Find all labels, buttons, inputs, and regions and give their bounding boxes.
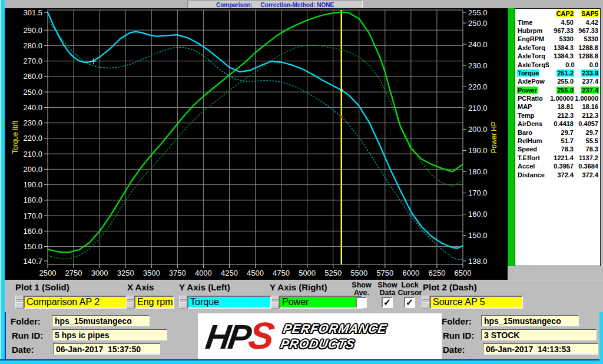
x-tick-label: 3750	[169, 269, 186, 277]
show-data-checkbox[interactable]: ✓	[382, 297, 393, 308]
plot1-value[interactable]: Comparison AP 2	[24, 296, 128, 309]
channel-label: AirDens	[517, 120, 547, 127]
run-id-label: Run ID:	[443, 330, 474, 340]
spin-down-button[interactable]	[15, 302, 24, 309]
lock-cursor-checkbox[interactable]: ✓	[404, 297, 415, 308]
window-border-right	[599, 312, 603, 364]
table-row: AxleTorq1384.31288.8	[517, 44, 599, 52]
channel-value-cap2: 5330	[547, 35, 574, 42]
lock-cursor-label: LockCursor	[396, 282, 424, 297]
x-tick-label: 4750	[273, 269, 290, 277]
plot2-spinner[interactable]	[422, 296, 430, 309]
date-field-left[interactable]: 06-Jan-2017 15:37:50	[53, 343, 160, 355]
spin-down-button[interactable]	[422, 302, 430, 309]
left-tick-label: 290.0	[23, 26, 42, 35]
folder-field-left[interactable]: hps_15mustangeco	[52, 315, 150, 326]
x-tick-label: 6250	[428, 269, 445, 277]
right-tick-label: 255.0	[468, 8, 488, 17]
column-header: CAP2	[547, 10, 574, 17]
left-tick-label: 301.5	[23, 8, 42, 17]
title-bar: Comparison: Correction-Method: NONE	[5, 0, 603, 8]
spin-up-button[interactable]	[126, 296, 134, 302]
y-right-spinner[interactable]	[271, 296, 279, 309]
channel-label: MAP	[517, 103, 547, 110]
plot2-value[interactable]: Source AP 5	[430, 296, 523, 309]
spin-up-button[interactable]	[179, 296, 187, 302]
x-tick-label: 6500	[455, 269, 472, 277]
left-tick-label: 200.0	[23, 165, 42, 174]
spin-down-button[interactable]	[179, 302, 187, 309]
table-row: AxleTorqS0.00.0	[517, 60, 599, 68]
spin-up-button[interactable]	[15, 296, 24, 302]
table-header-row: CAP2SAP5	[517, 9, 599, 18]
channel-value-cap2: 78.3	[547, 145, 574, 153]
table-row: Accel0.39570.3684	[517, 162, 599, 170]
spin-down-button[interactable]	[126, 302, 134, 309]
right-tick-label: 180.0	[468, 167, 488, 176]
left-tick-label: 230.0	[23, 118, 42, 127]
show-ave-checkbox[interactable]	[356, 297, 367, 308]
folder-field-right[interactable]: hps_15mustangeco	[481, 315, 579, 326]
channel-data-panel: CAP2SAP5Time4.504.42Hubrpm967.33967.33En…	[515, 8, 601, 266]
channel-value-cap2: 1384.3	[547, 44, 574, 51]
channel-label: T.Effort	[517, 154, 547, 161]
left-tick-label: 140.7	[23, 257, 42, 266]
date-field-right[interactable]: 06-Jan-2017 14:13:53	[483, 343, 598, 355]
channel-label: Temp	[517, 112, 547, 119]
run-id-field-right[interactable]: 3 STOCK	[481, 329, 597, 340]
spin-down-button[interactable]	[271, 302, 279, 309]
left-tick-label: 160.0	[23, 227, 42, 236]
channel-label: Baro	[517, 129, 547, 136]
cursor-dash-marker	[340, 115, 343, 118]
plot2-combo[interactable]: Source AP 5	[422, 296, 523, 309]
x-tick-label: 4500	[247, 269, 264, 277]
right-tick-label: 170.0	[468, 188, 488, 197]
channel-value-sap5: 0.3684	[574, 163, 599, 170]
cursor-solid-marker	[340, 88, 343, 91]
hps-logo-letters: HPS	[204, 319, 274, 354]
y-axis-left-combo[interactable]: Torque	[179, 296, 271, 309]
channel-value-sap5: 212.3	[574, 112, 599, 119]
y-left-spinner[interactable]	[179, 296, 187, 309]
x-axis-spinner[interactable]	[126, 296, 134, 309]
spin-up-button[interactable]	[422, 296, 430, 302]
comparison-status-box: Comparison: Correction-Method: NONE	[187, 1, 363, 9]
x-axis-label: X Axis	[127, 282, 154, 292]
channel-value-cap2: 967.33	[547, 27, 574, 34]
spin-up-button[interactable]	[271, 296, 279, 302]
folder-label: Folder:	[442, 316, 472, 326]
channel-value-cap2: 1.00000	[547, 95, 574, 102]
x-axis-combo[interactable]: Eng rpm	[126, 296, 174, 309]
channel-value-sap5: 29.7	[574, 129, 599, 136]
y-axis-right-value[interactable]: Power	[279, 296, 363, 309]
channel-label: Distance	[517, 171, 547, 178]
channel-value-cap2: 255.0	[547, 87, 574, 94]
table-row: RelHum51.755.5	[517, 137, 599, 145]
plot1-label: Plot 1 (Solid)	[15, 282, 69, 292]
left-tick-label: 150.0	[23, 242, 42, 251]
run-id-field-left[interactable]: 5 hps ic pipes	[52, 329, 167, 340]
table-row: AxleTorq1384.31288.8	[517, 52, 599, 60]
x-tick-label: 2750	[65, 269, 82, 277]
y-axis-left-value[interactable]: Torque	[187, 296, 271, 309]
table-row: Baro29.729.7	[517, 128, 599, 136]
channel-value-cap2: 0.0	[549, 61, 575, 68]
channel-value-sap5: 372.4	[574, 171, 599, 178]
plot1-spinner[interactable]	[15, 296, 24, 309]
dyno-app-window: Comparison: Correction-Method: NONE 301.…	[0, 0, 603, 364]
channel-value-sap5: 78.3	[574, 145, 599, 153]
dyno-chart[interactable]: 301.5290.0280.0270.0260.0250.0240.0230.0…	[5, 8, 508, 280]
channel-value-cap2: 29.7	[547, 129, 574, 136]
plot1-combo[interactable]: Comparison AP 2	[15, 296, 128, 309]
channel-value-cap2: 212.3	[547, 112, 574, 119]
left-tick-label: 170.0	[23, 211, 42, 220]
y-axis-right-combo[interactable]: Power	[271, 296, 363, 309]
table-row: Distance372.4372.4	[517, 170, 599, 178]
x-axis-value[interactable]: Eng rpm	[134, 296, 174, 309]
channel-value-sap5: 55.5	[574, 137, 599, 144]
channel-label: AxlePow	[517, 78, 547, 85]
left-tick-label: 250.0	[23, 88, 42, 97]
left-axis-title: Torque lbft	[11, 120, 19, 154]
table-row: AirDens0.44180.4057	[517, 120, 599, 128]
right-tick-label: 240.0	[468, 40, 488, 49]
